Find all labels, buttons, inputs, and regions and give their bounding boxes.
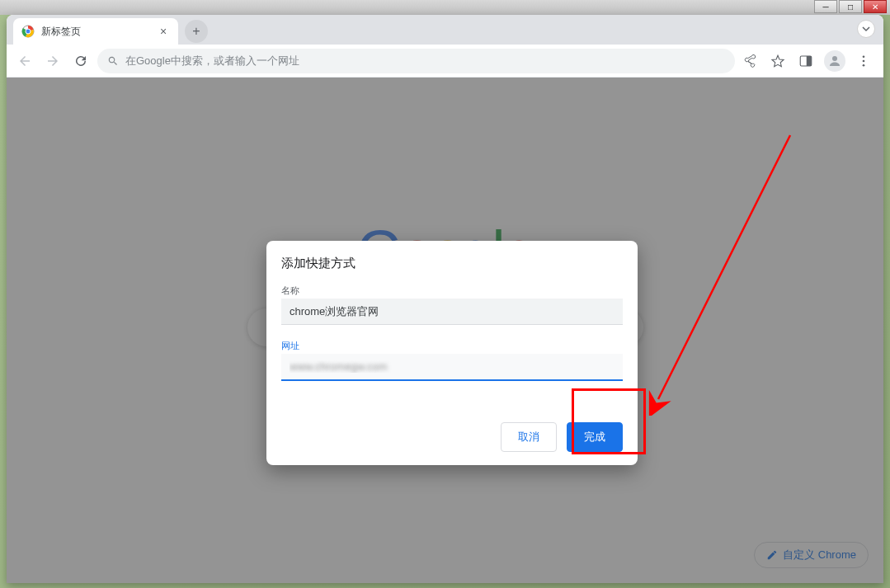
svg-point-5 xyxy=(832,56,837,61)
page-content: Google 自定义 Chrome 添加快捷方式 名称 网址 取消 完成 xyxy=(7,78,883,583)
tab-search-icon[interactable] xyxy=(857,20,875,38)
os-close-button[interactable]: ✕ xyxy=(864,0,887,13)
done-button[interactable]: 完成 xyxy=(567,422,623,452)
shortcut-name-input[interactable] xyxy=(281,299,623,325)
browser-tab[interactable]: 新标签页 × xyxy=(13,18,178,45)
share-icon[interactable] xyxy=(740,51,760,71)
url-label: 网址 xyxy=(281,340,623,352)
svg-point-2 xyxy=(26,29,31,34)
svg-rect-4 xyxy=(807,56,812,66)
chrome-favicon-icon xyxy=(21,25,35,38)
side-panel-icon[interactable] xyxy=(796,51,816,71)
browser-window: 新标签页 × + 在Google中搜索，或者输入一个网址 xyxy=(7,15,883,583)
reload-button[interactable] xyxy=(69,49,92,73)
omnibox-placeholder: 在Google中搜索，或者输入一个网址 xyxy=(125,54,299,68)
tab-strip: 新标签页 × + xyxy=(7,15,883,45)
add-shortcut-dialog: 添加快捷方式 名称 网址 取消 完成 xyxy=(266,241,638,465)
forward-button[interactable] xyxy=(41,49,64,73)
svg-point-7 xyxy=(863,59,865,62)
tab-title: 新标签页 xyxy=(41,25,81,39)
tab-close-icon[interactable]: × xyxy=(157,25,170,38)
profile-avatar-icon[interactable] xyxy=(824,50,845,72)
bookmark-star-icon[interactable] xyxy=(768,51,788,71)
new-tab-button[interactable]: + xyxy=(185,20,208,43)
dialog-title: 添加快捷方式 xyxy=(281,256,623,271)
cancel-button[interactable]: 取消 xyxy=(501,422,557,452)
os-titlebar: ─ □ ✕ xyxy=(0,0,890,15)
shortcut-url-input[interactable] xyxy=(281,354,623,381)
svg-point-6 xyxy=(863,55,865,58)
back-button[interactable] xyxy=(13,49,36,73)
os-minimize-button[interactable]: ─ xyxy=(814,0,837,13)
svg-point-8 xyxy=(863,64,865,66)
menu-dots-icon[interactable] xyxy=(854,51,874,71)
omnibox[interactable]: 在Google中搜索，或者输入一个网址 xyxy=(97,49,735,73)
name-label: 名称 xyxy=(281,285,623,297)
search-icon xyxy=(107,55,119,67)
os-maximize-button[interactable]: □ xyxy=(839,0,862,13)
browser-toolbar: 在Google中搜索，或者输入一个网址 xyxy=(7,45,883,78)
